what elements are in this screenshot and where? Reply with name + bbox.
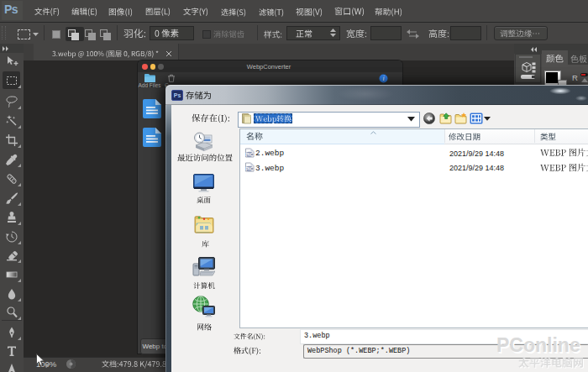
svg-text:PIC: PIC bbox=[245, 151, 253, 156]
svg-text:i: i bbox=[382, 75, 384, 82]
svg-text:PIC: PIC bbox=[245, 166, 253, 171]
